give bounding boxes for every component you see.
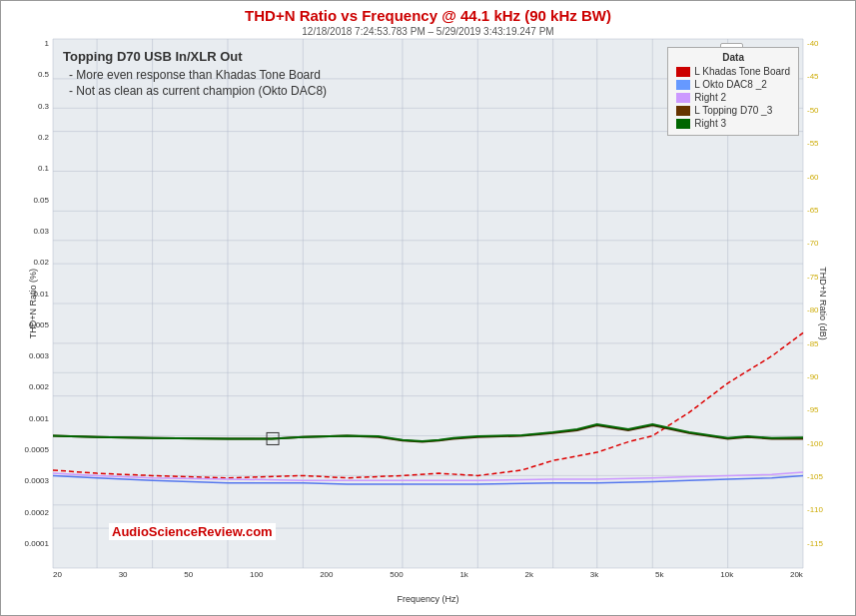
y-left-tick: 0.003 [29,351,49,360]
legend-item-label: Right 3 [694,118,726,129]
chart-title: THD+N Ratio vs Frequency @ 44.1 kHz (90 … [1,1,855,24]
y-right-tick: -45 [807,72,819,81]
x-tick: 30 [119,570,128,579]
legend-item: L Topping D70 _3 [676,105,790,116]
annotation-bullet1: - More even response than Khadas Tone Bo… [69,68,327,82]
y-left-tick: 0.002 [29,382,49,391]
legend-box: Data L Khadas Tone BoardL Okto DAC8 _2Ri… [667,47,799,136]
legend-color-swatch [676,106,690,116]
x-tick: 10k [720,570,733,579]
y-left-tick: 0.02 [33,258,49,267]
legend-title: Data [676,52,790,63]
x-tick: 20k [790,570,803,579]
x-label: Frequency (Hz) [1,594,855,604]
y-right-tick: -40 [807,39,819,48]
y-left-tick: 0.03 [33,227,49,236]
legend-color-swatch [676,80,690,90]
legend-color-swatch [676,119,690,129]
legend-item: Right 2 [676,92,790,103]
y-right-tick: -70 [807,239,819,248]
y-left-tick: 0.005 [29,320,49,329]
y-right-tick: -115 [807,539,823,548]
y-left-tick: 0.0003 [25,476,49,485]
x-tick: 50 [184,570,193,579]
x-tick: 3k [590,570,598,579]
y-left-tick: 0.05 [33,196,49,205]
y-left-tick: 0.5 [38,70,49,79]
x-tick: 500 [390,570,403,579]
y-left-tick: 0.0001 [25,539,49,548]
y-left-tick: 0.3 [38,102,49,111]
y-right-tick: -110 [807,505,823,514]
y-right-tick: -65 [807,206,819,215]
y-left-tick: 0.2 [38,133,49,142]
y-left-tick: 0.0005 [25,445,49,454]
legend-item-label: L Okto DAC8 _2 [694,79,766,90]
y-right-tick: -95 [807,405,819,414]
chart-subtitle: 12/18/2018 7:24:53.783 PM – 5/29/2019 3:… [1,26,855,37]
y-left-tick: 0.1 [38,164,49,173]
y-right-tick: -55 [807,139,819,148]
y-right-tick: -50 [807,106,819,115]
legend-item-label: Right 2 [694,92,726,103]
chart-container: THD+N Ratio vs Frequency @ 44.1 kHz (90 … [0,0,856,616]
y-right-tick: -100 [807,439,823,448]
watermark: AudioScienceReview.com [109,523,276,540]
y-left-tick: 0.01 [33,290,49,299]
x-tick: 1k [459,570,467,579]
y-right-tick: -105 [807,472,823,481]
y-left-tick: 0.0002 [25,508,49,517]
legend-color-swatch [676,67,690,77]
y-left-tick: 0.001 [29,414,49,423]
x-tick: 20 [53,570,62,579]
legend-item: Right 3 [676,118,790,129]
x-tick: 2k [525,570,533,579]
y-right-tick: -75 [807,273,819,282]
legend-item-label: L Topping D70 _3 [694,105,772,116]
legend-item: L Okto DAC8 _2 [676,79,790,90]
annotations: Topping D70 USB In/XLR Out - More even r… [63,49,327,98]
plot-area: AP Topping D70 USB In/XLR Out - More eve… [53,39,803,568]
y-right-tick: -60 [807,173,819,182]
y-left-tick: 1 [45,39,49,48]
legend-item-label: L Khadas Tone Board [694,66,790,77]
x-tick: 5k [655,570,663,579]
y-right-tick: -80 [807,306,819,314]
y-right-tick: -90 [807,372,819,381]
x-tick: 200 [320,570,333,579]
legend-item: L Khadas Tone Board [676,66,790,77]
x-tick: 100 [250,570,263,579]
annotation-bullet2: - Not as clean as current champion (Okto… [69,84,327,98]
y-right-tick: -85 [807,339,819,348]
legend-color-swatch [676,93,690,103]
annotation-title: Topping D70 USB In/XLR Out [63,49,327,64]
